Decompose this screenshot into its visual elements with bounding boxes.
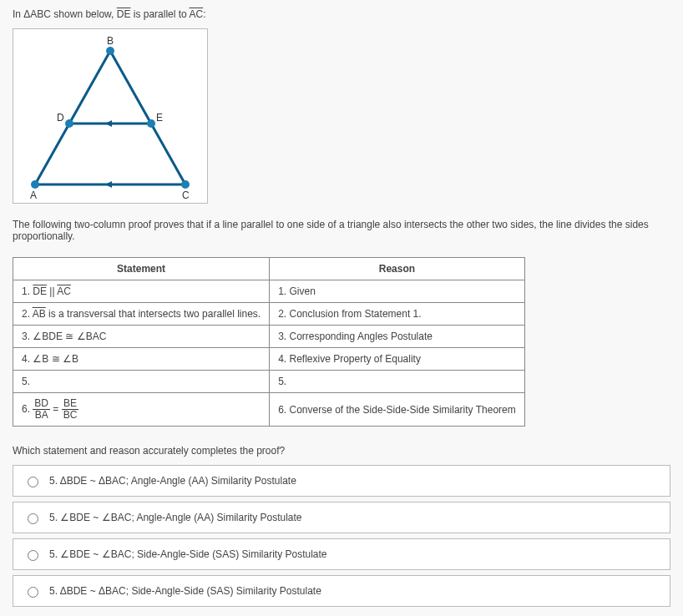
vertex-d-dot: [65, 119, 73, 128]
reason-cell: 6. Converse of the Side-Side-Side Simila…: [270, 393, 525, 427]
label-d: D: [57, 112, 64, 124]
seg: AB: [33, 308, 46, 320]
table-row: 6. BD BA = BE BC 6. Converse of the Side…: [13, 393, 525, 427]
arrow-de-icon: [105, 120, 112, 127]
table-row: 5. 5.: [13, 371, 525, 393]
angle-text: ∠BDE ≅ ∠BAC: [33, 331, 106, 342]
question-prompt: Which statement and reason accurately co…: [13, 445, 670, 457]
choice-body: ΔBDE ~ ΔBAC; Angle-Angle (AA) Similarity…: [60, 475, 296, 487]
table-row: 3. ∠BDE ≅ ∠BAC 3. Corresponding Angles P…: [13, 326, 525, 348]
choice-text: 5. ΔBDE ~ ΔBAC; Side-Angle-Side (SAS) Si…: [49, 585, 321, 597]
reason-cell: 1. Given: [270, 280, 525, 303]
vertex-a-dot: [31, 180, 39, 189]
statement-cell: 4. ∠B ≅ ∠B: [13, 348, 270, 371]
vertex-c-dot: [181, 180, 190, 189]
row-num: 4.: [22, 353, 30, 365]
mid: ~: [90, 512, 102, 523]
seg: DE: [33, 285, 47, 297]
table-row: 4. ∠B ≅ ∠B 4. Reflexive Property of Equa…: [13, 348, 525, 371]
row-num: 5.: [22, 376, 30, 387]
choice-body: ΔBDE ~ ΔBAC; Side-Angle-Side (SAS) Simil…: [60, 585, 321, 597]
vertex-b-dot: [106, 47, 114, 55]
arrow-ac-icon: [105, 181, 112, 188]
row-num: 1.: [22, 285, 30, 297]
mid: ||: [47, 285, 57, 297]
choice-radio[interactable]: [28, 587, 38, 598]
proof-table: Statement Reason 1. DE || AC 1. Given 2.…: [13, 257, 525, 427]
table-row: 1. DE || AC 1. Given: [13, 280, 525, 303]
vertex-e-dot: [147, 119, 155, 128]
intro-prefix: In ΔABC shown below,: [13, 8, 117, 20]
choice-option[interactable]: 5. ∠BDE ~ ∠BAC; Angle-Angle (AA) Similar…: [13, 502, 670, 533]
reason-cell: 5.: [270, 371, 525, 393]
triangle-figure: A C B D E: [13, 28, 208, 204]
intro-seg-de: DE: [117, 8, 131, 20]
row-num: 3.: [22, 331, 30, 342]
statement-cell: 5.: [13, 371, 270, 393]
choice-prefix: 5.: [49, 475, 60, 487]
angle-text: ∠BAC: [102, 512, 132, 523]
label-a: A: [30, 189, 37, 199]
intro-suffix: :: [203, 8, 205, 20]
eq: =: [50, 403, 62, 415]
label-b: B: [107, 35, 114, 47]
angle-text: ∠BAC: [102, 548, 132, 560]
intro-seg-ac: AC: [189, 8, 203, 20]
statement-cell: 3. ∠BDE ≅ ∠BAC: [13, 326, 270, 348]
choice-prefix: 5.: [49, 585, 60, 597]
frac-den: BA: [33, 410, 50, 421]
choice-prefix: 5.: [49, 548, 60, 560]
header-statement: Statement: [13, 258, 270, 280]
reason-cell: 3. Corresponding Angles Postulate: [270, 326, 525, 348]
reason-cell: 2. Conclusion from Statement 1.: [270, 303, 525, 326]
frac-den: BC: [62, 410, 79, 421]
statement-cell: 2. AB is a transversal that intersects t…: [13, 303, 270, 326]
fraction: BD BA: [33, 398, 50, 421]
choice-text: 5. ΔBDE ~ ΔBAC; Angle-Angle (AA) Similar…: [49, 475, 296, 487]
side-bc: [110, 51, 185, 184]
choice-prefix: 5.: [49, 512, 60, 523]
question-intro: In ΔABC shown below, DE is parallel to A…: [13, 8, 670, 20]
tail: ; Angle-Angle (AA) Similarity Postulate: [131, 512, 301, 523]
choice-text: 5. ∠BDE ~ ∠BAC; Side-Angle-Side (SAS) Si…: [49, 548, 327, 560]
label-c: C: [182, 189, 190, 199]
choice-radio[interactable]: [28, 550, 38, 561]
side-ab: [35, 51, 110, 184]
choice-text: 5. ∠BDE ~ ∠BAC; Angle-Angle (AA) Similar…: [49, 512, 302, 523]
angle-text: ∠BDE: [60, 548, 90, 560]
proof-intro-text: The following two-column proof proves th…: [13, 219, 670, 242]
statement-cell: 1. DE || AC: [13, 280, 270, 303]
suffix: is a transversal that intersects two par…: [46, 308, 261, 320]
angle-text: ∠BDE: [60, 512, 90, 523]
angle-text: ∠B ≅ ∠B: [33, 353, 78, 365]
choice-radio[interactable]: [28, 477, 38, 487]
intro-mid: is parallel to: [130, 8, 189, 20]
header-reason: Reason: [270, 258, 525, 280]
choice-option[interactable]: 5. ΔBDE ~ ΔBAC; Side-Angle-Side (SAS) Si…: [13, 575, 670, 607]
frac-num: BE: [62, 398, 79, 410]
table-header-row: Statement Reason: [13, 258, 525, 280]
triangle-svg: A C B D E: [18, 34, 204, 199]
row-num: 6.: [22, 403, 30, 415]
frac-num: BD: [33, 398, 50, 410]
label-e: E: [156, 112, 163, 124]
statement-cell: 6. BD BA = BE BC: [13, 393, 270, 427]
reason-cell: 4. Reflexive Property of Equality: [270, 348, 525, 371]
choice-option[interactable]: 5. ∠BDE ~ ∠BAC; Side-Angle-Side (SAS) Si…: [13, 538, 670, 570]
choice-radio[interactable]: [28, 513, 38, 524]
row-num: 2.: [22, 308, 30, 320]
fraction: BE BC: [62, 398, 79, 421]
tail: ; Side-Angle-Side (SAS) Similarity Postu…: [131, 548, 326, 560]
seg: AC: [57, 285, 71, 297]
mid: ~: [90, 548, 102, 560]
table-row: 2. AB is a transversal that intersects t…: [13, 303, 525, 326]
choice-option[interactable]: 5. ΔBDE ~ ΔBAC; Angle-Angle (AA) Similar…: [13, 465, 670, 497]
